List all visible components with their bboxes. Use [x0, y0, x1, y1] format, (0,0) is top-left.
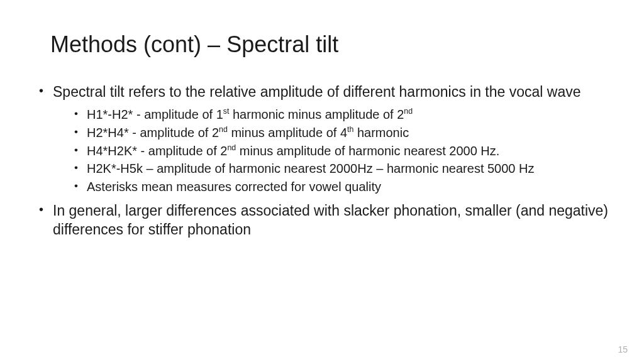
bullet-item: In general, larger differences associate…: [36, 202, 613, 239]
sub-bullet-text: H2*H4* - amplitude of 2: [87, 126, 219, 140]
superscript: th: [347, 125, 353, 134]
page-number: 15: [618, 344, 628, 354]
sub-bullet-text: H1*-H2* - amplitude of 1: [87, 107, 223, 121]
sub-bullet-text: harmonic minus amplitude of 2: [229, 107, 404, 121]
superscript: st: [223, 107, 230, 116]
sub-bullet-item: H2*H4* - amplitude of 2nd minus amplitud…: [73, 124, 613, 142]
slide-title: Methods (cont) – Spectral tilt: [50, 31, 613, 58]
bullet-text: In general, larger differences associate…: [53, 202, 608, 237]
bullet-list: Spectral tilt refers to the relative amp…: [36, 83, 613, 239]
sub-bullet-item: H1*-H2* - amplitude of 1st harmonic minu…: [73, 106, 613, 124]
slide-content: Spectral tilt refers to the relative amp…: [31, 83, 613, 239]
superscript: nd: [227, 143, 236, 152]
superscript: nd: [219, 125, 228, 134]
sub-bullet-list: H1*-H2* - amplitude of 1st harmonic minu…: [53, 106, 613, 195]
bullet-item: Spectral tilt refers to the relative amp…: [36, 83, 613, 195]
sub-bullet-text: minus amplitude of 4: [228, 126, 347, 140]
sub-bullet-text: harmonic: [353, 126, 409, 140]
bullet-text: Spectral tilt refers to the relative amp…: [53, 84, 581, 100]
sub-bullet-item: H2K*-H5k – amplitude of harmonic nearest…: [73, 160, 613, 178]
sub-bullet-item: Asterisks mean measures corrected for vo…: [73, 178, 613, 196]
sub-bullet-text: H4*H2K* - amplitude of 2: [87, 144, 227, 158]
sub-bullet-text: Asterisks mean measures corrected for vo…: [87, 180, 381, 194]
sub-bullet-item: H4*H2K* - amplitude of 2nd minus amplitu…: [73, 143, 613, 160]
superscript: nd: [404, 107, 413, 116]
sub-bullet-text: H2K*-H5k – amplitude of harmonic nearest…: [87, 162, 534, 175]
sub-bullet-text: minus amplitude of harmonic nearest 2000…: [236, 144, 499, 158]
